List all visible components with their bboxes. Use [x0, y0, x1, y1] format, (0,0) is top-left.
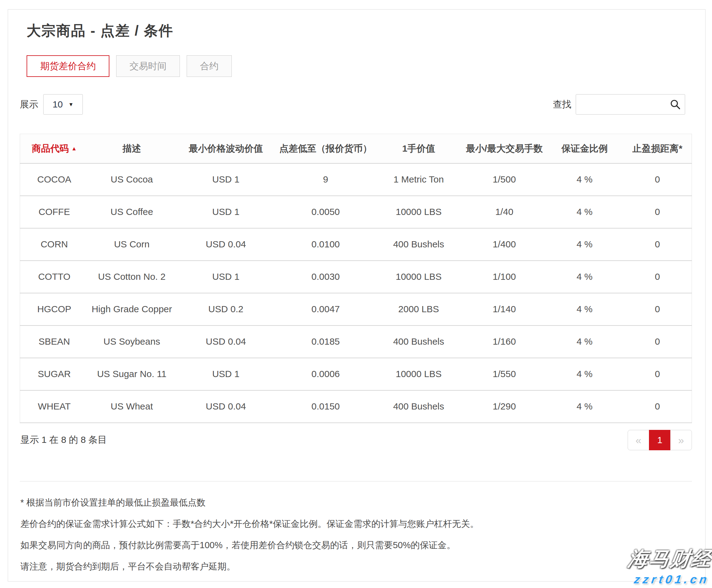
- cell-description: US Wheat: [88, 390, 175, 423]
- cell-margin-ratio: 4 %: [546, 228, 623, 261]
- table-row: SUGAR US Sugar No. 11 USD 1 0.0006 10000…: [20, 358, 692, 390]
- cell-lot-value: 400 Bushels: [374, 390, 463, 423]
- column-header-tick-value[interactable]: 最小价格波动价值: [175, 134, 277, 163]
- cell-description: US Cocoa: [88, 163, 175, 196]
- cell-lot-value: 10000 LBS: [374, 261, 463, 293]
- cell-spread: 0.0006: [277, 358, 374, 390]
- content-card: 大宗商品 - 点差 / 条件 期货差价合约 交易时间 合约 展示 10 ▼ 查找: [8, 9, 706, 582]
- cell-lot-value: 400 Bushels: [374, 228, 463, 261]
- cell-min-max-lots: 1/40: [463, 196, 546, 228]
- cell-description: US Sugar No. 11: [88, 358, 175, 390]
- page-size-value: 10: [53, 99, 63, 110]
- cell-spread: 0.0047: [277, 293, 374, 326]
- cell-stop-distance: 0: [623, 390, 692, 423]
- watermark: 海马财经 zzrt01.cn: [625, 545, 712, 586]
- cell-min-max-lots: 1/140: [463, 293, 546, 326]
- cell-symbol: COFFE: [20, 196, 89, 228]
- entries-summary: 显示 1 在 8 的 8 条目: [20, 434, 107, 446]
- table-row: COFFE US Coffee USD 1 0.0050 10000 LBS 1…: [20, 196, 692, 228]
- cell-margin-ratio: 4 %: [546, 390, 623, 423]
- cell-stop-distance: 0: [623, 163, 692, 196]
- footnote: 如果交易同方向的商品，预付款比例需要高于100%，若使用差价合约锁仓交易的话，则…: [20, 538, 692, 552]
- pagination-prev-button[interactable]: «: [628, 430, 649, 450]
- cell-spread: 0.0030: [277, 261, 374, 293]
- search-group: 查找: [553, 94, 685, 114]
- commodities-table: 商品代码▲ 描述 最小价格波动价值 点差低至（报价货币） 1手价值 最小/最大交…: [20, 134, 692, 423]
- column-header-label: 商品代码: [32, 143, 69, 153]
- tab-contracts[interactable]: 合约: [187, 55, 232, 77]
- cell-min-max-lots: 1/550: [463, 358, 546, 390]
- cell-description: US Corn: [88, 228, 175, 261]
- cell-spread: 0.0185: [277, 326, 374, 358]
- column-header-symbol[interactable]: 商品代码▲: [20, 134, 89, 163]
- cell-symbol: WHEAT: [20, 390, 89, 423]
- column-header-lot-value[interactable]: 1手价值: [374, 134, 463, 163]
- cell-spread: 0.0150: [277, 390, 374, 423]
- page-size-group: 展示 10 ▼: [20, 94, 83, 114]
- page-size-select[interactable]: 10 ▼: [43, 94, 83, 114]
- pagination-next-button[interactable]: »: [670, 430, 692, 450]
- footnotes: * 根据当前市价设置挂单的最低止损盈最低点数差价合约的保证金需求计算公式如下：手…: [20, 496, 692, 573]
- chevron-down-icon: ▼: [68, 102, 74, 107]
- column-header-spread[interactable]: 点差低至（报价货币）: [277, 134, 374, 163]
- cell-tick-value: USD 0.04: [175, 326, 277, 358]
- cell-min-max-lots: 1/400: [463, 228, 546, 261]
- cell-min-max-lots: 1/290: [463, 390, 546, 423]
- cell-tick-value: USD 0.2: [175, 293, 277, 326]
- cell-tick-value: USD 1: [175, 196, 277, 228]
- pagination-page-1-button[interactable]: 1: [649, 430, 671, 450]
- cell-description: US Soybeans: [88, 326, 175, 358]
- cell-margin-ratio: 4 %: [546, 293, 623, 326]
- pagination: « 1 »: [628, 430, 692, 450]
- cell-stop-distance: 0: [623, 196, 692, 228]
- cell-symbol: HGCOP: [20, 293, 89, 326]
- cell-margin-ratio: 4 %: [546, 326, 623, 358]
- cell-lot-value: 400 Bushels: [374, 326, 463, 358]
- cell-description: High Grade Copper: [88, 293, 175, 326]
- cell-spread: 0.0050: [277, 196, 374, 228]
- cell-min-max-lots: 1/500: [463, 163, 546, 196]
- cell-margin-ratio: 4 %: [546, 196, 623, 228]
- cell-description: US Coffee: [88, 196, 175, 228]
- cell-stop-distance: 0: [623, 358, 692, 390]
- page-title: 大宗商品 - 点差 / 条件: [26, 23, 692, 38]
- table-header-row: 商品代码▲ 描述 最小价格波动价值 点差低至（报价货币） 1手价值 最小/最大交…: [20, 134, 692, 163]
- footnote: 请注意，期货合约到期后，平台不会自动帮客户延期。: [20, 560, 692, 573]
- cell-stop-distance: 0: [623, 261, 692, 293]
- column-header-stop-distance[interactable]: 止盈损距离*: [623, 134, 692, 163]
- cell-tick-value: USD 0.04: [175, 390, 277, 423]
- tab-futures-cfd[interactable]: 期货差价合约: [26, 55, 109, 77]
- cell-stop-distance: 0: [623, 293, 692, 326]
- cell-lot-value: 1 Metric Ton: [374, 163, 463, 196]
- search-label: 查找: [553, 98, 571, 111]
- show-label: 展示: [20, 98, 38, 111]
- cell-lot-value: 10000 LBS: [374, 358, 463, 390]
- table-controls: 展示 10 ▼ 查找: [20, 94, 692, 114]
- cell-stop-distance: 0: [623, 228, 692, 261]
- cell-tick-value: USD 0.04: [175, 228, 277, 261]
- table-row: HGCOP High Grade Copper USD 0.2 0.0047 2…: [20, 293, 692, 326]
- cell-min-max-lots: 1/160: [463, 326, 546, 358]
- table-row: SBEAN US Soybeans USD 0.04 0.0185 400 Bu…: [20, 326, 692, 358]
- table-row: COTTO US Cotton No. 2 USD 1 0.0030 10000…: [20, 261, 692, 293]
- tab-bar: 期货差价合约 交易时间 合约: [26, 55, 692, 77]
- table-row: WHEAT US Wheat USD 0.04 0.0150 400 Bushe…: [20, 390, 692, 423]
- column-header-description[interactable]: 描述: [88, 134, 175, 163]
- column-header-margin-ratio[interactable]: 保证金比例: [546, 134, 623, 163]
- search-input[interactable]: [576, 94, 685, 114]
- footnote: 差价合约的保证金需求计算公式如下：手数*合约大小*开仓价格*保证金比例。保证金需…: [20, 517, 692, 530]
- cell-stop-distance: 0: [623, 326, 692, 358]
- column-header-min-max-lots[interactable]: 最小/最大交易手数: [463, 134, 546, 163]
- sort-asc-icon: ▲: [72, 145, 77, 152]
- tab-trading-hours[interactable]: 交易时间: [116, 55, 180, 77]
- cell-symbol: COCOA: [20, 163, 89, 196]
- cell-margin-ratio: 4 %: [546, 163, 623, 196]
- cell-tick-value: USD 1: [175, 261, 277, 293]
- cell-margin-ratio: 4 %: [546, 358, 623, 390]
- cell-spread: 0.0100: [277, 228, 374, 261]
- table-footer: 显示 1 在 8 的 8 条目 « 1 »: [20, 430, 692, 450]
- cell-symbol: SBEAN: [20, 326, 89, 358]
- cell-symbol: CORN: [20, 228, 89, 261]
- table-row: CORN US Corn USD 0.04 0.0100 400 Bushels…: [20, 228, 692, 261]
- watermark-url: zzrt01.cn: [625, 573, 710, 586]
